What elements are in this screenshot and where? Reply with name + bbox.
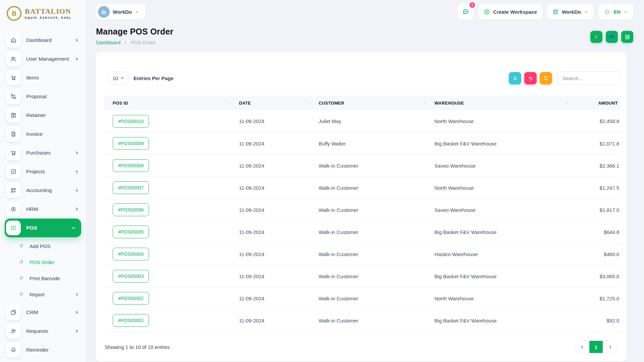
chevron-right-icon [608, 345, 612, 349]
undo-icon [528, 75, 533, 81]
order-date: 11-09-2024 [239, 199, 318, 221]
bell-icon [6, 343, 21, 357]
order-date: 11-09-2024 [239, 177, 318, 199]
warehouse-name: Big Basket F&V Warehouse [434, 221, 576, 243]
download-icon [512, 75, 518, 81]
sidebar-subitem-pos-order[interactable]: POS Order [6, 254, 86, 270]
brand-logo[interactable]: B BATTALION EQUIP, EXECUTE, EXEL [6, 5, 86, 22]
sidebar-subitem-report[interactable]: Report [6, 286, 86, 302]
sidebar-item-reminder[interactable]: Reminder [6, 341, 86, 359]
breadcrumb-current: POS Order [130, 40, 155, 45]
column-header-pos-id[interactable]: POS ID↑↓ [104, 96, 239, 110]
grid-view-button[interactable] [621, 31, 633, 43]
page-number-button[interactable]: 1 [589, 341, 603, 353]
messages-button[interactable]: 0 [458, 4, 474, 20]
sidebar-item-retainer[interactable]: Retainer [6, 106, 86, 125]
sidebar-item-proposal[interactable]: Proposal [6, 87, 86, 106]
main-area: WorkDo 0 Create Workspace WorkDo [86, 0, 644, 362]
table-row: #POS00003 11-09-2024 Walk-in Customer Bi… [104, 265, 621, 287]
pos-subnav: Add POS POS Order Print Barcode Report [6, 237, 86, 303]
refresh-icon [543, 75, 549, 81]
order-date: 11-09-2024 [239, 243, 318, 265]
sidebar-item-projects[interactable]: Projects [6, 162, 86, 181]
table-row: #POS00010 11-09-2024 Juliet May North Wa… [104, 110, 621, 132]
refresh-button[interactable] [540, 72, 552, 84]
onedrive-button[interactable] [606, 31, 618, 43]
pos-id-link[interactable]: #POS00001 [113, 314, 149, 327]
sidebar-item-items[interactable]: Items [6, 68, 86, 87]
order-date: 11-09-2024 [239, 155, 318, 177]
brand-tagline: EQUIP, EXECUTE, EXEL [25, 16, 71, 19]
sidebar-subitem-print-barcode[interactable]: Print Barcode [6, 270, 86, 286]
sort-icon[interactable]: ↑↓ [565, 101, 573, 105]
pos-id-link[interactable]: #POS00006 [113, 203, 149, 216]
order-amount: $644.8 [576, 221, 621, 243]
app-switcher-button[interactable]: WorkDo [547, 4, 594, 19]
customer-name: Walk-in Customer [319, 309, 434, 331]
customer-name: Walk-in Customer [319, 177, 434, 199]
entries-per-page-select[interactable]: 10 [109, 72, 128, 84]
sidebar-subitem-add-pos[interactable]: Add POS [6, 238, 86, 254]
sidebar-item-purchases[interactable]: Purchases [6, 143, 86, 162]
table-row: #POS00009 11-09-2024 Buffy Walter Big Ba… [104, 132, 621, 155]
customer-name: Walk-in Customer [319, 265, 434, 287]
sort-icon[interactable]: ↑↓ [308, 101, 315, 105]
bullet-icon [19, 292, 23, 297]
export-button[interactable] [509, 72, 521, 84]
pos-id-link[interactable]: #POS00007 [113, 181, 149, 194]
chevron-down-icon [624, 10, 628, 14]
sidebar-item-user-management[interactable]: User Management [6, 50, 86, 68]
create-workspace-button[interactable]: Create Workspace [478, 4, 542, 19]
sidebar-item-hrm[interactable]: HRM [6, 200, 86, 219]
sidebar-item-invoice[interactable]: Invoice [6, 125, 86, 143]
pos-id-link[interactable]: #POS00009 [113, 137, 149, 150]
order-date: 11-09-2024 [239, 110, 318, 132]
reset-button[interactable] [524, 72, 537, 84]
google-drive-icon [593, 34, 600, 40]
column-header-date[interactable]: DATE↑↓ [239, 96, 318, 110]
column-header-warehouse[interactable]: WAREHOUSE↑↓ [434, 96, 576, 110]
chevron-right-icon [74, 57, 79, 61]
customer-name: Walk-in Customer [319, 155, 434, 177]
order-date: 11-09-2024 [239, 132, 318, 155]
pos-id-link[interactable]: #POS00010 [113, 115, 149, 128]
warehouse-name: Big Basket F&V Warehouse [434, 265, 576, 287]
bullet-icon [19, 276, 23, 281]
sidebar-item-crm[interactable]: CRM [6, 303, 86, 322]
sidebar: B BATTALION EQUIP, EXECUTE, EXEL Dashboa… [0, 0, 86, 362]
sidebar-item-requests[interactable]: Requests [6, 322, 86, 341]
users-icon [6, 52, 21, 66]
next-page-button[interactable] [603, 341, 618, 353]
grid-plus-icon [6, 183, 21, 198]
sort-icon[interactable]: ↑↓ [424, 101, 431, 105]
orders-table: POS ID↑↓ DATE↑↓ CUSTOMER↑↓ WAREHOUSE↑↓ A… [104, 96, 621, 332]
customer-name: Juliet May [319, 110, 434, 132]
column-header-customer[interactable]: CUSTOMER↑↓ [319, 96, 434, 110]
onedrive-icon [608, 34, 615, 40]
sidebar-item-accounting[interactable]: Accounting [6, 181, 86, 200]
google-drive-button[interactable] [590, 31, 602, 43]
pos-id-link[interactable]: #POS00004 [113, 248, 149, 260]
language-selector[interactable]: EN [598, 4, 633, 19]
pos-id-link[interactable]: #POS00003 [113, 270, 149, 283]
search-input[interactable] [557, 71, 621, 85]
pos-id-link[interactable]: #POS00005 [113, 226, 149, 238]
order-amount: $2,366.1 [576, 155, 621, 177]
sidebar-item-pos[interactable]: POS [5, 219, 81, 237]
chevron-right-icon [74, 310, 79, 315]
table-row: #POS00001 11-09-2024 Walk-in Customer Bi… [104, 309, 621, 331]
workspace-switcher[interactable]: WorkDo [96, 4, 145, 19]
sidebar-item-dashboard[interactable]: Dashboard [6, 31, 86, 50]
chevron-right-icon [74, 329, 79, 334]
pos-id-link[interactable]: #POS00002 [113, 292, 149, 305]
column-header-amount[interactable]: AMOUNT [576, 96, 621, 110]
document-icon [6, 127, 21, 141]
breadcrumb-dashboard-link[interactable]: Dashboard [96, 40, 120, 45]
previous-page-button[interactable] [575, 341, 589, 353]
entries-per-page-label: Entries Per Page [133, 75, 173, 81]
sort-icon[interactable]: ↑↓ [228, 101, 236, 105]
chevron-right-icon [123, 41, 127, 45]
table-row: #POS00008 11-09-2024 Walk-in Customer Sa… [104, 155, 621, 177]
pos-id-link[interactable]: #POS00008 [113, 159, 149, 172]
chevron-down-icon [135, 10, 139, 14]
